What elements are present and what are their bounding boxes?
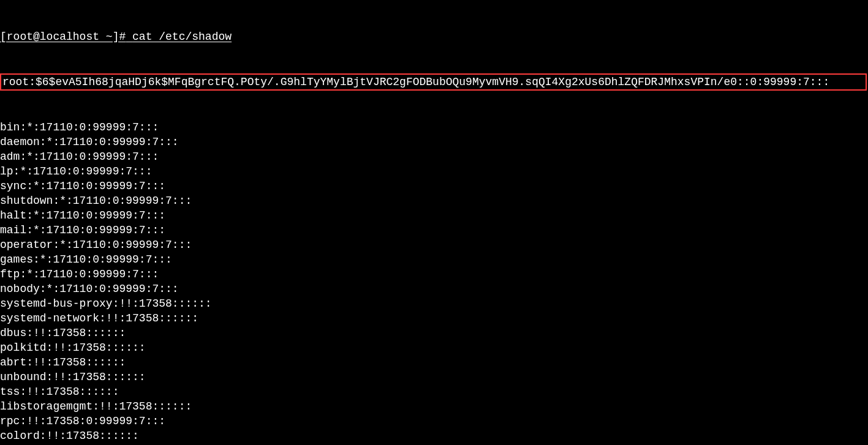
shadow-entry-line: unbound:!!:17358:::::: (0, 370, 868, 384)
terminal-window[interactable]: [root@localhost ~]# cat /etc/shadow root… (0, 0, 868, 445)
shadow-entry-line: halt:*:17110:0:99999:7::: (0, 208, 868, 223)
shadow-entry-line: nobody:*:17110:0:99999:7::: (0, 282, 868, 296)
typed-command: cat /etc/shadow (132, 31, 232, 43)
shadow-entry-line: abrt:!!:17358:::::: (0, 355, 868, 370)
shadow-entry-line: dbus:!!:17358:::::: (0, 326, 868, 340)
command-prompt-line: [root@localhost ~]# cat /etc/shadow (0, 29, 868, 44)
shadow-entry-line: operator:*:17110:0:99999:7::: (0, 237, 868, 252)
shadow-entry-line: ftp:*:17110:0:99999:7::: (0, 267, 868, 282)
shadow-entry-line: rpc:!!:17358:0:99999:7::: (0, 414, 868, 428)
shell-prompt: [root@localhost ~]# (0, 31, 126, 43)
shadow-file-output: bin:*:17110:0:99999:7:::daemon:*:17110:0… (0, 120, 868, 445)
shadow-entry-line: polkitd:!!:17358:::::: (0, 340, 868, 355)
shadow-entry-line: systemd-bus-proxy:!!:17358:::::: (0, 296, 868, 311)
shadow-entry-line: lp:*:17110:0:99999:7::: (0, 164, 868, 179)
shadow-entry-line: adm:*:17110:0:99999:7::: (0, 149, 868, 164)
shadow-entry-line: mail:*:17110:0:99999:7::: (0, 223, 868, 237)
shadow-entry-line: sync:*:17110:0:99999:7::: (0, 179, 868, 193)
shadow-entry-line: colord:!!:17358:::::: (0, 428, 868, 443)
shadow-entry-line: tss:!!:17358:::::: (0, 384, 868, 399)
shadow-entry-line: libstoragemgmt:!!:17358:::::: (0, 399, 868, 414)
shadow-entry-line: shutdown:*:17110:0:99999:7::: (0, 193, 868, 208)
shadow-entry-line: bin:*:17110:0:99999:7::: (0, 120, 868, 135)
shadow-entry-line: systemd-network:!!:17358:::::: (0, 311, 868, 326)
shadow-entry-line: games:*:17110:0:99999:7::: (0, 252, 868, 267)
highlighted-root-entry: root:$6$evA5Ih68jqaHDj6k$MFqBgrctFQ.POty… (0, 73, 867, 91)
shadow-entry-line: daemon:*:17110:0:99999:7::: (0, 135, 868, 149)
